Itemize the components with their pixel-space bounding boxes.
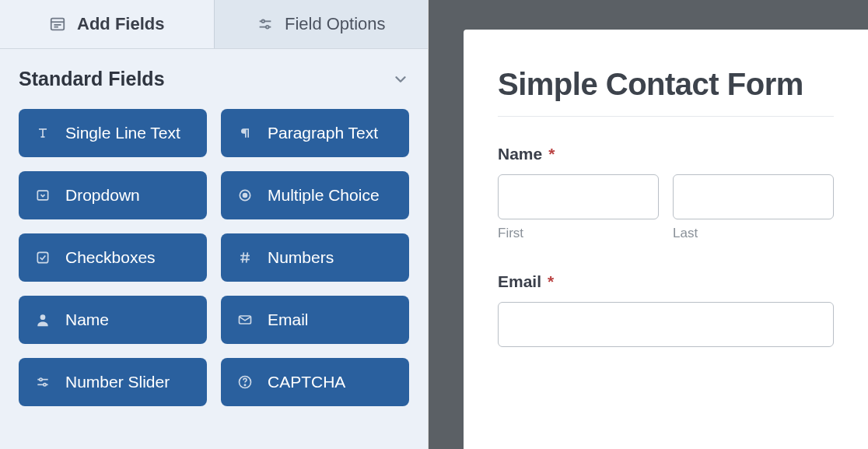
field-single-line-text[interactable]: Single Line Text [19, 109, 207, 157]
field-grid: Single Line Text Paragraph Text Dro [19, 109, 409, 406]
field-label: CAPTCHA [268, 373, 345, 391]
name-label: Name * [498, 145, 834, 163]
form-field-name[interactable]: Name * First Last [498, 145, 834, 241]
section-header[interactable]: Standard Fields [19, 68, 409, 90]
field-label: Name [65, 310, 109, 329]
sidebar-panel: Add Fields Field Options Standard Fields [0, 0, 429, 449]
svg-point-7 [266, 26, 269, 29]
field-paragraph-text[interactable]: Paragraph Text [221, 109, 409, 157]
form-icon [49, 16, 66, 33]
envelope-icon [236, 312, 254, 328]
field-numbers[interactable]: Numbers [221, 233, 409, 282]
last-sublabel: Last [673, 226, 834, 241]
svg-point-22 [40, 378, 42, 381]
form-canvas-area: Simple Contact Form Name * First Last Em… [429, 0, 868, 449]
tab-add-fields-label: Add Fields [77, 14, 164, 34]
form-field-email[interactable]: Email * [498, 272, 834, 347]
checkbox-icon [34, 250, 51, 265]
paragraph-icon [236, 125, 254, 141]
field-label: Paragraph Text [268, 124, 378, 142]
required-mark: * [548, 145, 555, 163]
required-mark: * [548, 272, 554, 291]
tab-field-options[interactable]: Field Options [214, 0, 429, 48]
svg-point-5 [261, 20, 264, 23]
section-title: Standard Fields [19, 68, 165, 90]
form-preview[interactable]: Simple Contact Form Name * First Last Em… [464, 30, 868, 449]
field-label: Numbers [268, 248, 334, 267]
field-dropdown[interactable]: Dropdown [19, 171, 207, 219]
user-icon [34, 312, 51, 328]
svg-line-18 [247, 252, 248, 262]
svg-line-17 [243, 252, 244, 262]
svg-point-26 [244, 384, 245, 385]
first-name-input[interactable] [498, 174, 659, 219]
radio-icon [236, 188, 254, 203]
chevron-down-icon [392, 71, 409, 88]
email-label: Email * [498, 272, 834, 291]
svg-point-13 [243, 194, 247, 198]
field-name[interactable]: Name [19, 296, 207, 344]
field-number-slider[interactable]: Number Slider [19, 358, 207, 406]
field-label: Checkboxes [65, 248, 156, 267]
sliders-icon [34, 374, 51, 390]
field-label: Number Slider [65, 373, 170, 391]
hash-icon [236, 250, 254, 265]
question-icon [236, 374, 254, 390]
field-checkboxes[interactable]: Checkboxes [19, 233, 207, 282]
field-label: Email [268, 310, 309, 329]
tab-add-fields[interactable]: Add Fields [0, 0, 214, 48]
svg-point-24 [44, 384, 46, 386]
field-label: Single Line Text [65, 124, 180, 142]
form-title: Simple Contact Form [498, 67, 834, 102]
divider [498, 116, 834, 117]
svg-point-19 [40, 314, 46, 320]
name-label-text: Name [498, 145, 542, 163]
field-multiple-choice[interactable]: Multiple Choice [221, 171, 409, 219]
tab-field-options-label: Field Options [285, 14, 386, 34]
text-icon [34, 125, 51, 141]
svg-rect-14 [37, 252, 47, 262]
email-label-text: Email [498, 272, 541, 291]
sliders-icon [257, 16, 274, 33]
field-captcha[interactable]: CAPTCHA [221, 358, 409, 406]
svg-rect-11 [37, 191, 47, 200]
field-label: Dropdown [65, 186, 140, 205]
dropdown-icon [34, 188, 51, 203]
field-email[interactable]: Email [221, 296, 409, 344]
first-sublabel: First [498, 226, 659, 241]
section-standard-fields: Standard Fields Single Line Text [0, 49, 428, 430]
last-name-input[interactable] [673, 174, 834, 219]
tab-bar: Add Fields Field Options [0, 0, 428, 49]
email-input[interactable] [498, 302, 834, 347]
field-label: Multiple Choice [268, 186, 380, 205]
